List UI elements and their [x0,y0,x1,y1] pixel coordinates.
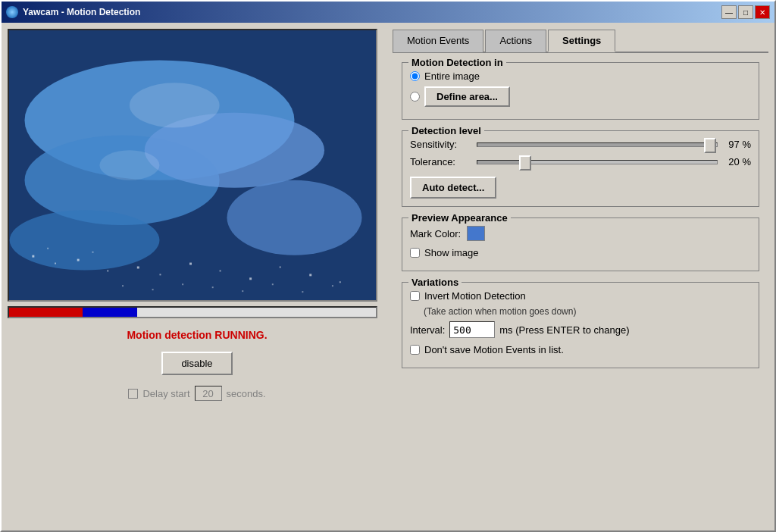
svg-rect-21 [152,289,154,290]
svg-rect-27 [332,285,333,286]
svg-point-28 [130,83,220,127]
preview-appearance-section: Preview Appearance Mark Color: Show imag… [402,217,759,271]
window-controls: — □ ✕ [721,5,770,19]
svg-rect-8 [77,259,80,261]
tab-settings-content: Motion Detection in Entire image Define … [393,53,768,524]
svg-rect-24 [242,290,243,292]
svg-rect-6 [32,255,34,258]
tab-motion-events[interactable]: Motion Events [393,30,483,52]
svg-rect-15 [280,267,281,268]
define-area-radio[interactable] [410,92,420,102]
camera-canvas [9,30,376,300]
sensitivity-track[interactable] [477,142,718,147]
invert-motion-checkbox[interactable] [410,291,420,301]
minimize-button[interactable]: — [721,5,737,19]
delay-unit-label: seconds. [227,388,266,399]
tolerance-fill [477,161,525,164]
svg-rect-17 [340,281,341,283]
progress-blue-fill [83,308,138,317]
motion-detection-section: Motion Detection in Entire image Define … [402,62,759,120]
variations-section: Variations Invert Motion Detection (Take… [402,282,759,368]
tolerance-label: Tolerance: [410,156,471,167]
sensitivity-label: Sensitivity: [410,139,471,150]
delay-start-checkbox[interactable] [128,389,138,399]
svg-rect-23 [212,286,214,288]
delay-start-row: Delay start seconds. [8,380,386,407]
motion-detection-label: Motion Detection in [408,57,506,68]
disable-button[interactable]: disable [161,352,232,375]
define-area-button[interactable]: Define area... [424,86,510,107]
tabs-container: Motion Events Actions Settings [393,29,768,53]
svg-rect-25 [272,283,274,285]
tab-settings[interactable]: Settings [548,30,615,52]
title-bar: Yawcam - Motion Detection — □ ✕ [2,2,774,23]
progress-red-fill [9,308,83,317]
svg-rect-18 [47,248,48,249]
show-image-row: Show image [410,247,751,258]
progress-empty [137,308,376,317]
svg-rect-22 [182,283,183,285]
mark-color-label: Mark Color: [410,228,461,239]
delay-value-input[interactable] [195,386,222,401]
close-button[interactable]: ✕ [755,5,770,19]
svg-rect-9 [107,270,108,271]
svg-rect-12 [189,263,192,265]
sensitivity-thumb[interactable] [704,138,716,153]
mark-color-row: Mark Color: [410,226,751,241]
svg-point-4 [10,210,160,270]
invert-motion-desc: (Take action when motion goes down) [424,306,751,317]
invert-motion-label: Invert Motion Detection [424,290,526,302]
svg-rect-16 [309,274,311,276]
entire-image-row: Entire image [410,70,751,82]
tolerance-track[interactable] [477,160,718,164]
invert-motion-row: Invert Motion Detection [410,290,751,302]
svg-rect-10 [137,267,139,269]
detection-level-label: Detection level [408,125,484,136]
delay-start-label: Delay start [142,388,189,399]
tolerance-thumb[interactable] [519,155,531,171]
interval-unit: ms (Press ENTER to change) [499,324,629,336]
svg-rect-7 [55,263,56,264]
camera-view [8,29,377,302]
detection-level-section: Detection level Sensitivity: 97 % Tolera… [402,130,759,207]
progress-bar [8,306,377,318]
mark-color-swatch[interactable] [467,226,485,241]
sensitivity-value: 97 % [724,139,751,150]
show-image-checkbox[interactable] [410,248,420,258]
entire-image-label: Entire image [424,70,480,82]
sensitivity-row: Sensitivity: 97 % [410,139,751,150]
svg-rect-20 [122,285,124,286]
window-title: Yawcam - Motion Detection [23,7,140,17]
dont-save-row: Don't save Motion Events in list. [410,344,751,355]
interval-label: Interval: [410,324,445,336]
svg-rect-14 [249,277,252,280]
svg-rect-11 [159,274,161,275]
tab-actions[interactable]: Actions [485,30,546,52]
content-area: Motion detection RUNNING. disable Delay … [2,23,774,530]
entire-image-radio[interactable] [410,71,420,81]
svg-rect-26 [302,291,303,293]
left-panel: Motion detection RUNNING. disable Delay … [8,29,386,524]
sensitivity-fill [477,143,710,146]
interval-row: Interval: ms (Press ENTER to change) [410,321,751,338]
tolerance-row: Tolerance: 20 % [410,156,751,167]
main-window: Yawcam - Motion Detection — □ ✕ [0,0,776,532]
variations-label: Variations [408,277,462,288]
define-area-row: Define area... [410,86,751,107]
auto-detect-button[interactable]: Auto detect... [410,177,496,199]
app-icon [6,6,18,18]
svg-point-5 [227,180,361,255]
svg-rect-13 [220,270,221,271]
svg-rect-19 [92,252,93,253]
dont-save-label: Don't save Motion Events in list. [424,344,564,355]
tolerance-value: 20 % [724,156,751,167]
preview-appearance-label: Preview Appearance [408,212,511,224]
dont-save-checkbox[interactable] [410,345,420,355]
interval-input[interactable] [449,321,495,338]
right-panel: Motion Events Actions Settings Motion De… [393,29,768,524]
maximize-button[interactable]: □ [738,5,753,19]
status-text: Motion detection RUNNING. [8,323,386,347]
show-image-label: Show image [424,247,479,258]
title-bar-left: Yawcam - Motion Detection [6,6,140,18]
svg-point-29 [99,150,159,180]
